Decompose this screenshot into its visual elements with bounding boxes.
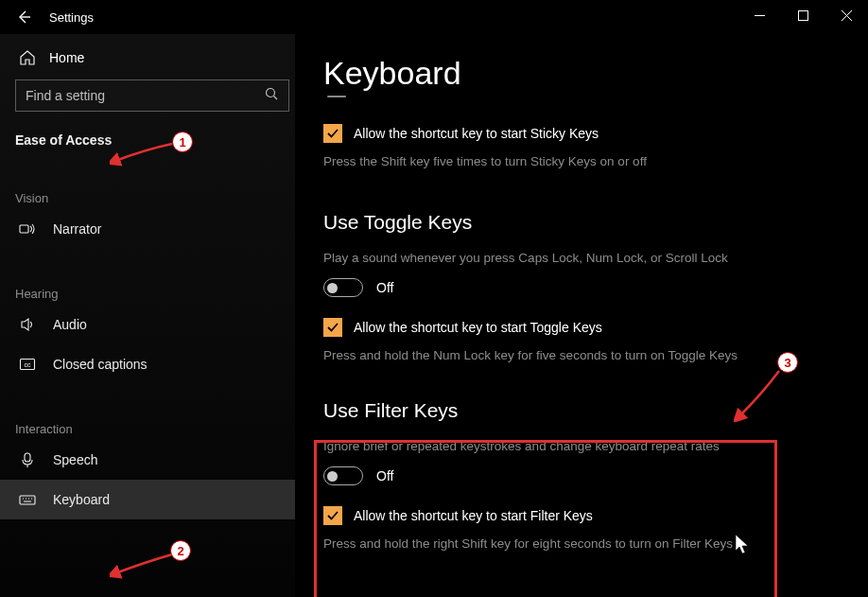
filter-keys-shortcut-checkbox[interactable] (323, 506, 342, 525)
sidebar-item-label: Audio (53, 317, 87, 332)
svg-rect-11 (20, 496, 35, 504)
keyboard-icon (19, 491, 36, 508)
sidebar-item-speech[interactable]: Speech (15, 440, 284, 480)
toggle-keys-shortcut-checkbox-row: Allow the shortcut key to start Toggle K… (323, 318, 842, 337)
sticky-keys-shortcut-label: Allow the shortcut key to start Sticky K… (354, 126, 599, 141)
check-icon (326, 321, 339, 334)
speech-icon (19, 451, 36, 468)
close-button[interactable] (825, 0, 868, 30)
svg-rect-9 (25, 453, 30, 462)
toggle-keys-heading: Use Toggle Keys (323, 211, 842, 234)
sidebar-home[interactable]: Home (15, 44, 284, 79)
narrator-icon (19, 220, 36, 237)
search-input[interactable]: Find a setting (15, 79, 289, 112)
sticky-keys-desc: Press the Shift key five times to turn S… (323, 152, 739, 171)
svg-rect-6 (20, 225, 28, 233)
toggle-keys-state: Off (376, 280, 393, 295)
sidebar-item-label: Closed captions (53, 357, 148, 372)
filter-keys-shortcut-checkbox-row: Allow the shortcut key to start Filter K… (323, 506, 842, 525)
filter-keys-state: Off (376, 468, 393, 483)
check-icon (326, 509, 339, 522)
group-interaction: Interaction (15, 422, 284, 436)
svg-point-4 (267, 89, 275, 97)
sticky-keys-shortcut-checkbox[interactable] (323, 124, 342, 143)
filter-keys-shortcut-label: Allow the shortcut key to start Filter K… (354, 508, 593, 523)
filter-keys-desc: Ignore brief or repeated keystrokes and … (323, 437, 777, 456)
back-arrow-icon (16, 9, 31, 25)
group-hearing: Hearing (15, 287, 284, 301)
toggle-knob (327, 283, 338, 293)
home-icon (19, 49, 36, 66)
toggle-keys-desc2: Press and hold the Num Lock key for five… (323, 346, 739, 365)
window-title: Settings (49, 10, 94, 25)
back-button[interactable] (4, 0, 43, 34)
sidebar-item-label: Keyboard (53, 492, 110, 507)
filter-keys-heading: Use Filter Keys (323, 399, 842, 422)
toggle-knob (327, 471, 338, 482)
sidebar-item-label: Narrator (53, 221, 101, 237)
window-controls (738, 0, 868, 30)
home-label: Home (49, 50, 84, 65)
search-placeholder: Find a setting (26, 88, 105, 103)
maximize-button[interactable] (781, 0, 825, 30)
main-content: Keyboard Allow the shortcut key to start… (295, 34, 868, 597)
svg-line-5 (274, 97, 278, 100)
toggle-keys-toggle[interactable] (323, 278, 363, 297)
title-underline (327, 96, 346, 97)
sidebar: Home Find a setting Ease of Access Visio… (0, 34, 295, 597)
filter-keys-desc2: Press and hold the right Shift key for e… (323, 535, 777, 553)
sidebar-item-closed-captions[interactable]: cc Closed captions (15, 344, 284, 384)
svg-text:cc: cc (25, 361, 32, 368)
toggle-keys-shortcut-checkbox[interactable] (323, 318, 342, 337)
audio-icon (19, 316, 36, 333)
sidebar-item-narrator[interactable]: Narrator (15, 209, 284, 249)
check-icon (326, 127, 339, 140)
page-title: Keyboard (323, 55, 842, 92)
sticky-keys-shortcut-checkbox-row: Allow the shortcut key to start Sticky K… (323, 124, 842, 143)
svg-rect-1 (798, 10, 807, 20)
sidebar-item-label: Speech (53, 452, 97, 467)
titlebar: Settings (0, 0, 868, 34)
search-icon (265, 87, 279, 104)
sidebar-item-keyboard[interactable]: Keyboard (0, 480, 295, 519)
filter-keys-toggle[interactable] (323, 466, 363, 485)
toggle-keys-shortcut-label: Allow the shortcut key to start Toggle K… (354, 320, 602, 335)
minimize-button[interactable] (738, 0, 781, 30)
closed-captions-icon: cc (19, 356, 36, 373)
sidebar-category: Ease of Access (15, 132, 284, 148)
toggle-keys-desc: Play a sound whenever you press Caps Loc… (323, 249, 739, 268)
sidebar-item-audio[interactable]: Audio (15, 305, 284, 344)
group-vision: Vision (15, 191, 284, 205)
